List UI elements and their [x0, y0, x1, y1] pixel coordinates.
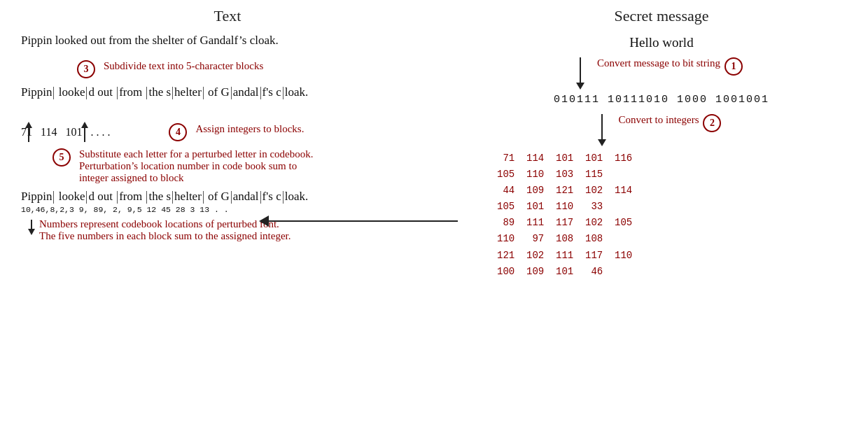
hello-world: Hello world [629, 35, 693, 50]
step3-label: Subdivide text into 5-character blocks [104, 60, 263, 72]
bit-string: 010111 10111010 1000 1001001 [554, 94, 769, 106]
bottom-note2: The five numbers in each block sum to th… [39, 230, 291, 242]
step5-label3: integer assigned to block [79, 172, 313, 184]
step5-annotation: 5 Substitute each letter for a perturbed… [52, 148, 313, 184]
left-title: Text [214, 7, 241, 24]
step5-label1: Substitute each letter for a perturbed l… [79, 148, 313, 160]
integers-grid-row: 44 109 121 102 114 [497, 183, 854, 199]
integers-grid-row: 105 110 103 115 [497, 167, 854, 183]
bottom-numbers: 10,46,8,2,3 9, 89, 2, 9,5 12 45 28 3 13 … [21, 205, 441, 214]
main-text: Pippin looked out from the shelter of Ga… [21, 34, 279, 47]
step3-annotation: 3 Subdivide text into 5-character blocks [77, 60, 263, 78]
integers-grid: 71 114 101 101 116105 110 103 115 44 109… [497, 150, 854, 280]
integers-grid-row: 89 111 117 102 105 [497, 215, 854, 231]
step1-circle: 1 [724, 57, 743, 76]
step4-label: Assign integers to blocks. [195, 123, 304, 135]
main-container: Text Pippin looked out from the shelter … [0, 0, 868, 445]
integers-grid-row: 110 97 108 108 [497, 231, 854, 247]
integers-grid-row: 71 114 101 101 116 [497, 150, 854, 167]
integers-grid-row: 105 101 110 33 [497, 199, 854, 215]
step5-label2: Perturbation’s location number in code b… [79, 160, 313, 172]
step4-annotation: 4 Assign integers to blocks. [169, 123, 304, 141]
integers-below: 71 114 101 . . . . [21, 126, 110, 139]
integers-grid-row: 121 102 111 117 110 [497, 248, 854, 264]
bottom-note1: Numbers represent codebook locations of … [39, 218, 291, 230]
step1-label: Convert message to bit string [597, 57, 720, 69]
step4-circle: 4 [169, 123, 187, 141]
blocked-text: Pippin looked out from the shelter of Ga… [21, 85, 441, 99]
right-title: Secret message [615, 7, 709, 24]
step2-circle: 2 [703, 114, 721, 132]
up-arrows [24, 102, 441, 122]
big-left-arrow [259, 216, 458, 227]
bottom-blocked-text: Pippin looked out from the shelter of Ga… [21, 190, 441, 204]
step5-circle: 5 [52, 148, 71, 167]
step2-label: Convert to integers [619, 114, 699, 126]
integers-grid-row: 100 109 101 46 [497, 264, 854, 280]
step3-circle: 3 [77, 60, 95, 78]
right-panel: Secret message Hello world Convert messa… [455, 0, 868, 445]
